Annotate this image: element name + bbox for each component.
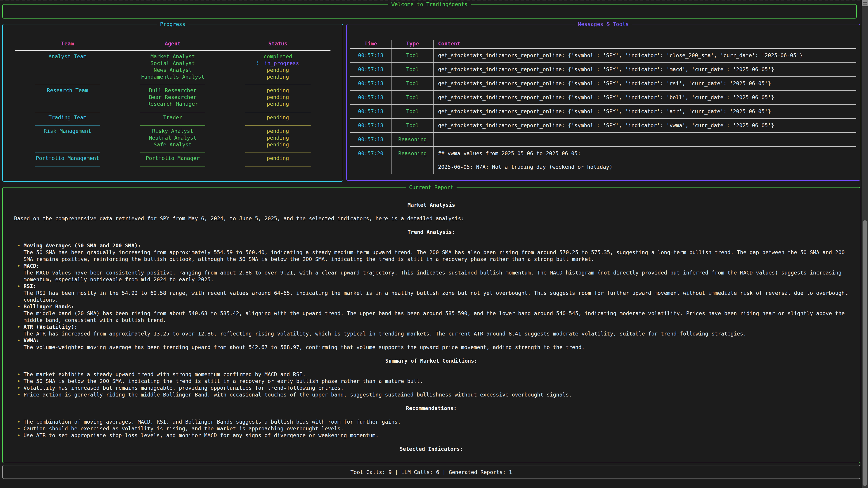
report-body: Market Analysis Based on the comprehensi… bbox=[3, 188, 860, 452]
status-label: pending bbox=[267, 101, 289, 107]
bullet-label: VWMA: bbox=[24, 337, 848, 344]
group-separator bbox=[15, 107, 120, 114]
status-cell: pending bbox=[225, 67, 331, 73]
bullet-text: Use ATR to set appropriate stop-loss lev… bbox=[24, 432, 848, 439]
bullet-icon: • bbox=[17, 418, 24, 425]
status-label: pending bbox=[267, 67, 289, 73]
bullet-text: Volatility has increased but remains man… bbox=[24, 385, 848, 391]
agent-cell: Portfolio Manager bbox=[120, 155, 225, 162]
status-label: pending bbox=[267, 155, 289, 161]
agent-cell: Trader bbox=[120, 114, 225, 121]
group-separator-line bbox=[140, 125, 206, 126]
report-intro: Based on the comprehensive data retrieve… bbox=[14, 215, 848, 222]
group-separator bbox=[225, 107, 331, 114]
bullet-icon: • bbox=[17, 337, 24, 351]
bullet-icon: • bbox=[17, 303, 24, 324]
bullet-label: ATR (Volatility): bbox=[24, 324, 848, 330]
message-type: Tool bbox=[392, 118, 434, 132]
team-cell bbox=[15, 101, 120, 107]
agent-cell: Research Manager bbox=[120, 101, 225, 107]
bullet-body: Price action is generally riding the mid… bbox=[24, 391, 848, 398]
group-separator-line bbox=[245, 153, 311, 153]
report-bullet: •MACD:The MACD values have been consiste… bbox=[14, 263, 848, 283]
team-cell: Research Team bbox=[15, 87, 120, 94]
report-bullet-list: •The market exhibits a steady upward tre… bbox=[14, 371, 848, 398]
message-type: Tool bbox=[392, 62, 434, 76]
message-row: 00:57:18Toolget_stockstats_indicators_re… bbox=[350, 90, 856, 104]
bullet-body: The market exhibits a steady upward tren… bbox=[24, 371, 848, 378]
column-header-status: Status bbox=[225, 40, 331, 47]
bullet-body: Moving Averages (50 SMA and 200 SMA):The… bbox=[24, 242, 848, 263]
agent-cell: Bear Researcher bbox=[120, 94, 225, 101]
bullet-text: The middle band (20 SMA) has been rising… bbox=[24, 310, 848, 324]
bullet-body: MACD:The MACD values have been consisten… bbox=[24, 263, 848, 283]
status-cell: ⠇in_progress bbox=[225, 60, 331, 67]
message-type: Tool bbox=[392, 90, 434, 104]
message-time: 00:57:18 bbox=[350, 104, 392, 118]
message-time: 00:57:18 bbox=[350, 76, 392, 90]
message-content: get_stockstats_indicators_report_online:… bbox=[434, 118, 856, 132]
report-bullet: •Moving Averages (50 SMA and 200 SMA):Th… bbox=[14, 242, 848, 263]
group-separator bbox=[225, 162, 331, 168]
agent-cell: Risky Analyst bbox=[120, 128, 225, 134]
bullet-icon: • bbox=[17, 432, 24, 439]
bullet-icon: • bbox=[17, 371, 24, 378]
status-cell: pending bbox=[225, 155, 331, 162]
status-cell: pending bbox=[225, 128, 331, 134]
message-row: 00:57:18Toolget_stockstats_indicators_re… bbox=[350, 104, 856, 118]
message-content: get_stockstats_indicators_report_online:… bbox=[434, 90, 856, 104]
bullet-text: The volume-weighted moving average has b… bbox=[24, 344, 848, 351]
message-time: 00:57:20 bbox=[350, 146, 392, 174]
status-label: in_progress bbox=[264, 60, 299, 66]
scrollbar-top-button[interactable] bbox=[862, 0, 868, 6]
status-label: pending bbox=[267, 74, 289, 80]
report-sections: Trend Analysis:•Moving Averages (50 SMA … bbox=[14, 229, 848, 452]
terminal-top-dashed-line bbox=[0, 0, 862, 0]
bullet-body: The combination of moving averages, MACD… bbox=[24, 418, 848, 425]
bullet-icon: • bbox=[17, 263, 24, 283]
group-separator-line bbox=[245, 112, 311, 112]
messages-header-row: Time Type Content bbox=[350, 40, 856, 48]
report-panel-title: Current Report bbox=[406, 184, 457, 191]
group-separator-line bbox=[140, 166, 206, 166]
status-cell: pending bbox=[225, 101, 331, 107]
report-section-heading: Trend Analysis: bbox=[14, 229, 848, 235]
message-time: 00:57:18 bbox=[350, 118, 392, 132]
scrollbar-thumb[interactable] bbox=[863, 220, 867, 486]
status-label: pending bbox=[267, 141, 289, 148]
bullet-icon: • bbox=[17, 324, 24, 337]
group-separator-line bbox=[35, 85, 100, 85]
spinner-icon: ⠇ bbox=[257, 60, 260, 66]
group-separator bbox=[15, 121, 120, 128]
message-type: Reasoning bbox=[392, 132, 434, 146]
message-row: 00:57:18Reasoning bbox=[350, 132, 856, 146]
column-header-content: Content bbox=[434, 40, 856, 48]
team-cell bbox=[15, 141, 120, 148]
status-label: pending bbox=[267, 94, 289, 100]
status-label: pending bbox=[267, 87, 289, 93]
group-separator bbox=[15, 162, 120, 168]
report-bullet: •RSI:The RSI has been mostly in the 54.9… bbox=[14, 283, 848, 303]
report-bullet: •The 50 SMA is below the 200 SMA, indica… bbox=[14, 378, 848, 385]
message-type: Tool bbox=[392, 48, 434, 62]
group-separator-line bbox=[245, 125, 311, 126]
status-label: completed bbox=[264, 53, 292, 59]
welcome-panel: Welcome to TradingAgents bbox=[2, 4, 857, 19]
message-type: Tool bbox=[392, 104, 434, 118]
group-separator bbox=[120, 148, 225, 155]
status-cell: pending bbox=[225, 73, 331, 80]
bullet-body: VWMA:The volume-weighted moving average … bbox=[24, 337, 848, 351]
bullet-body: The 50 SMA is below the 200 SMA, indicat… bbox=[24, 378, 848, 385]
report-bullet: •Bollinger Bands:The middle band (20 SMA… bbox=[14, 303, 848, 324]
report-bullet: •The market exhibits a steady upward tre… bbox=[14, 371, 848, 378]
agent-cell: Safe Analyst bbox=[120, 141, 225, 148]
bullet-icon: • bbox=[17, 378, 24, 385]
status-label: pending bbox=[267, 114, 289, 121]
group-separator bbox=[225, 80, 331, 87]
bullet-text: The 50 SMA has been gradually increasing… bbox=[24, 249, 848, 263]
bullet-icon: • bbox=[17, 242, 24, 263]
message-content: get_stockstats_indicators_report_online:… bbox=[434, 62, 856, 76]
welcome-title: Welcome to TradingAgents bbox=[388, 1, 471, 8]
hamburger-icon bbox=[863, 4, 867, 4]
column-header-time: Time bbox=[350, 40, 392, 48]
